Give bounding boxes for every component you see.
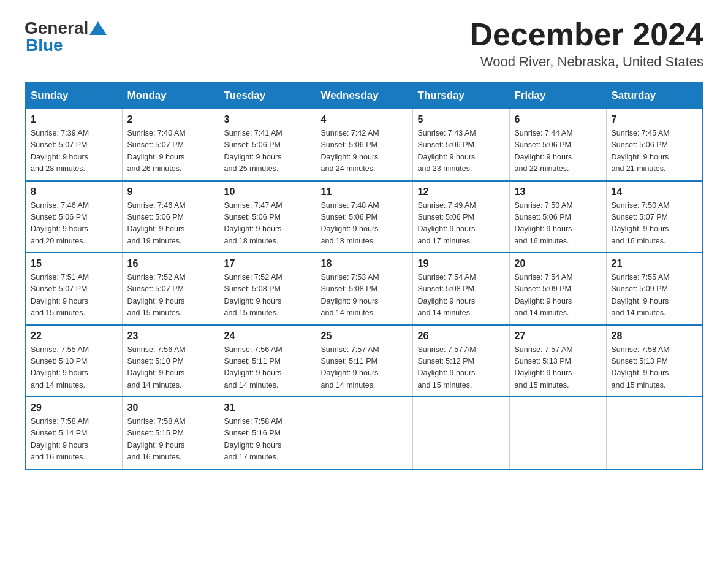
- calendar-cell: 13 Sunrise: 7:50 AM Sunset: 5:06 PM Dayl…: [509, 181, 606, 253]
- day-number: 15: [31, 258, 117, 269]
- calendar-cell: 16 Sunrise: 7:52 AM Sunset: 5:07 PM Dayl…: [122, 253, 219, 325]
- calendar-cell: 12 Sunrise: 7:49 AM Sunset: 5:06 PM Dayl…: [412, 181, 509, 253]
- day-info: Sunrise: 7:39 AM Sunset: 5:07 PM Dayligh…: [31, 128, 117, 175]
- page-header: General Blue December 2024 Wood River, N…: [25, 18, 703, 70]
- calendar-cell: 27 Sunrise: 7:57 AM Sunset: 5:13 PM Dayl…: [509, 325, 606, 397]
- calendar-cell: 18 Sunrise: 7:53 AM Sunset: 5:08 PM Dayl…: [316, 253, 412, 325]
- calendar-cell: [606, 397, 703, 469]
- day-info: Sunrise: 7:43 AM Sunset: 5:06 PM Dayligh…: [418, 128, 504, 175]
- day-number: 2: [127, 114, 214, 125]
- calendar-cell: 23 Sunrise: 7:56 AM Sunset: 5:10 PM Dayl…: [122, 325, 219, 397]
- day-number: 16: [127, 258, 214, 269]
- day-number: 12: [418, 186, 504, 197]
- calendar-cell: 14 Sunrise: 7:50 AM Sunset: 5:07 PM Dayl…: [606, 181, 703, 253]
- day-info: Sunrise: 7:42 AM Sunset: 5:06 PM Dayligh…: [321, 128, 408, 175]
- calendar-cell: 2 Sunrise: 7:40 AM Sunset: 5:07 PM Dayli…: [122, 109, 219, 181]
- day-info: Sunrise: 7:52 AM Sunset: 5:07 PM Dayligh…: [127, 272, 214, 320]
- day-info: Sunrise: 7:58 AM Sunset: 5:13 PM Dayligh…: [612, 344, 698, 392]
- day-number: 25: [321, 331, 408, 342]
- day-number: 4: [321, 114, 408, 125]
- calendar-cell: [509, 397, 606, 469]
- day-number: 10: [224, 186, 311, 197]
- day-info: Sunrise: 7:53 AM Sunset: 5:08 PM Dayligh…: [321, 272, 408, 320]
- day-info: Sunrise: 7:57 AM Sunset: 5:12 PM Dayligh…: [418, 344, 504, 392]
- calendar-header-friday: Friday: [509, 83, 606, 109]
- calendar-cell: 20 Sunrise: 7:54 AM Sunset: 5:09 PM Dayl…: [509, 253, 606, 325]
- day-info: Sunrise: 7:51 AM Sunset: 5:07 PM Dayligh…: [31, 272, 117, 320]
- day-info: Sunrise: 7:54 AM Sunset: 5:08 PM Dayligh…: [418, 272, 504, 320]
- day-number: 13: [515, 186, 601, 197]
- logo-triangle-icon: [89, 21, 107, 35]
- calendar-cell: 30 Sunrise: 7:58 AM Sunset: 5:15 PM Dayl…: [122, 397, 219, 469]
- day-info: Sunrise: 7:46 AM Sunset: 5:06 PM Dayligh…: [31, 200, 117, 248]
- day-info: Sunrise: 7:46 AM Sunset: 5:06 PM Dayligh…: [127, 200, 214, 248]
- calendar-table: SundayMondayTuesdayWednesdayThursdayFrid…: [25, 82, 703, 470]
- day-info: Sunrise: 7:44 AM Sunset: 5:06 PM Dayligh…: [515, 128, 601, 175]
- calendar-cell: [412, 397, 509, 469]
- day-number: 31: [224, 402, 311, 413]
- day-number: 17: [224, 258, 311, 269]
- day-info: Sunrise: 7:48 AM Sunset: 5:06 PM Dayligh…: [321, 200, 408, 248]
- calendar-header-wednesday: Wednesday: [316, 83, 412, 109]
- day-number: 5: [418, 114, 504, 125]
- day-info: Sunrise: 7:56 AM Sunset: 5:10 PM Dayligh…: [127, 344, 214, 392]
- calendar-cell: 4 Sunrise: 7:42 AM Sunset: 5:06 PM Dayli…: [316, 109, 412, 181]
- day-number: 21: [612, 258, 698, 269]
- calendar-cell: [316, 397, 412, 469]
- day-number: 22: [31, 331, 117, 342]
- calendar-cell: 19 Sunrise: 7:54 AM Sunset: 5:08 PM Dayl…: [412, 253, 509, 325]
- calendar-cell: 9 Sunrise: 7:46 AM Sunset: 5:06 PM Dayli…: [122, 181, 219, 253]
- day-info: Sunrise: 7:40 AM Sunset: 5:07 PM Dayligh…: [127, 128, 214, 175]
- calendar-header-thursday: Thursday: [412, 83, 509, 109]
- day-info: Sunrise: 7:58 AM Sunset: 5:16 PM Dayligh…: [224, 416, 311, 464]
- day-number: 24: [224, 331, 311, 342]
- calendar-cell: 5 Sunrise: 7:43 AM Sunset: 5:06 PM Dayli…: [412, 109, 509, 181]
- day-info: Sunrise: 7:41 AM Sunset: 5:06 PM Dayligh…: [224, 128, 311, 175]
- calendar-header-sunday: Sunday: [25, 83, 122, 109]
- calendar-header-monday: Monday: [122, 83, 219, 109]
- day-info: Sunrise: 7:57 AM Sunset: 5:13 PM Dayligh…: [515, 344, 601, 392]
- calendar-cell: 31 Sunrise: 7:58 AM Sunset: 5:16 PM Dayl…: [219, 397, 316, 469]
- day-number: 20: [515, 258, 601, 269]
- calendar-cell: 25 Sunrise: 7:57 AM Sunset: 5:11 PM Dayl…: [316, 325, 412, 397]
- calendar-cell: 15 Sunrise: 7:51 AM Sunset: 5:07 PM Dayl…: [25, 253, 122, 325]
- calendar-week-row: 22 Sunrise: 7:55 AM Sunset: 5:10 PM Dayl…: [25, 325, 703, 397]
- day-number: 8: [31, 186, 117, 197]
- day-number: 14: [612, 186, 698, 197]
- day-number: 9: [127, 186, 214, 197]
- calendar-week-row: 1 Sunrise: 7:39 AM Sunset: 5:07 PM Dayli…: [25, 109, 703, 181]
- title-block: December 2024 Wood River, Nebraska, Unit…: [469, 18, 703, 70]
- location-title: Wood River, Nebraska, United States: [469, 54, 703, 70]
- logo-blue-text: Blue: [26, 36, 63, 55]
- day-info: Sunrise: 7:49 AM Sunset: 5:06 PM Dayligh…: [418, 200, 504, 248]
- calendar-cell: 10 Sunrise: 7:47 AM Sunset: 5:06 PM Dayl…: [219, 181, 316, 253]
- day-info: Sunrise: 7:50 AM Sunset: 5:06 PM Dayligh…: [515, 200, 601, 248]
- day-info: Sunrise: 7:47 AM Sunset: 5:06 PM Dayligh…: [224, 200, 311, 248]
- day-info: Sunrise: 7:45 AM Sunset: 5:06 PM Dayligh…: [612, 128, 698, 175]
- day-number: 7: [612, 114, 698, 125]
- day-number: 11: [321, 186, 408, 197]
- calendar-header-row: SundayMondayTuesdayWednesdayThursdayFrid…: [25, 83, 703, 109]
- day-info: Sunrise: 7:52 AM Sunset: 5:08 PM Dayligh…: [224, 272, 311, 320]
- day-number: 1: [31, 114, 117, 125]
- day-number: 28: [612, 331, 698, 342]
- month-title: December 2024: [469, 18, 703, 50]
- calendar-cell: 6 Sunrise: 7:44 AM Sunset: 5:06 PM Dayli…: [509, 109, 606, 181]
- day-info: Sunrise: 7:50 AM Sunset: 5:07 PM Dayligh…: [612, 200, 698, 248]
- day-number: 26: [418, 331, 504, 342]
- day-info: Sunrise: 7:58 AM Sunset: 5:15 PM Dayligh…: [127, 416, 214, 464]
- day-number: 6: [515, 114, 601, 125]
- calendar-cell: 22 Sunrise: 7:55 AM Sunset: 5:10 PM Dayl…: [25, 325, 122, 397]
- calendar-cell: 28 Sunrise: 7:58 AM Sunset: 5:13 PM Dayl…: [606, 325, 703, 397]
- day-number: 27: [515, 331, 601, 342]
- day-number: 29: [31, 402, 117, 413]
- calendar-cell: 8 Sunrise: 7:46 AM Sunset: 5:06 PM Dayli…: [25, 181, 122, 253]
- day-info: Sunrise: 7:55 AM Sunset: 5:10 PM Dayligh…: [31, 344, 117, 392]
- calendar-week-row: 29 Sunrise: 7:58 AM Sunset: 5:14 PM Dayl…: [25, 397, 703, 469]
- calendar-header-saturday: Saturday: [606, 83, 703, 109]
- calendar-cell: 11 Sunrise: 7:48 AM Sunset: 5:06 PM Dayl…: [316, 181, 412, 253]
- day-info: Sunrise: 7:56 AM Sunset: 5:11 PM Dayligh…: [224, 344, 311, 392]
- calendar-cell: 21 Sunrise: 7:55 AM Sunset: 5:09 PM Dayl…: [606, 253, 703, 325]
- calendar-cell: 7 Sunrise: 7:45 AM Sunset: 5:06 PM Dayli…: [606, 109, 703, 181]
- calendar-cell: 3 Sunrise: 7:41 AM Sunset: 5:06 PM Dayli…: [219, 109, 316, 181]
